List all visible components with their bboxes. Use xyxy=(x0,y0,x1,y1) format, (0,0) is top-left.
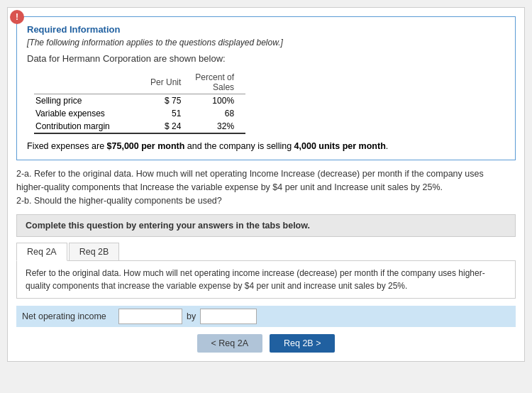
net-op-label: Net operating income xyxy=(22,311,114,321)
req-info-subtitle: [The following information applies to th… xyxy=(27,38,505,48)
info-icon: ! xyxy=(10,10,24,24)
nav-buttons: < Req 2A Req 2B > xyxy=(16,334,516,353)
row-per-unit: $ 75 xyxy=(148,94,192,108)
table-row: Contribution margin $ 24 32% xyxy=(34,120,245,133)
col-header-per-unit: Per Unit xyxy=(148,71,192,94)
tab-req2b[interactable]: Req 2B xyxy=(69,243,120,260)
tab-content: Refer to the original data. How much wil… xyxy=(16,261,516,299)
tabs-row: Req 2A Req 2B xyxy=(16,243,516,261)
net-op-input-1[interactable] xyxy=(118,309,182,324)
col-header-percent: Percent ofSales xyxy=(192,71,245,94)
tab-req2a[interactable]: Req 2A xyxy=(16,243,67,261)
col-header-label xyxy=(34,71,148,94)
row-per-unit: 51 xyxy=(148,107,192,120)
fixed-expenses-note: Fixed expenses are $75,000 per month and… xyxy=(27,141,505,151)
question-text: 2-a. Refer to the original data. How muc… xyxy=(16,167,516,207)
row-label: Selling price xyxy=(34,94,148,108)
required-information-box: ! Required Information [The following in… xyxy=(16,16,516,160)
req-info-title: Required Information xyxy=(27,24,505,35)
net-op-input-2[interactable] xyxy=(200,309,257,324)
next-button[interactable]: Req 2B > xyxy=(270,334,335,353)
row-label: Variable expenses xyxy=(34,107,148,120)
question-line2: higher-quality components that Increase … xyxy=(16,181,516,194)
data-table: Per Unit Percent ofSales Selling price $… xyxy=(34,71,245,134)
question-line3: 2-b. Should the higher-quality component… xyxy=(16,194,516,208)
row-percent: 68 xyxy=(192,107,245,120)
row-percent: 32% xyxy=(192,120,245,133)
table-row: Variable expenses 51 68 xyxy=(34,107,245,120)
table-row: Selling price $ 75 100% xyxy=(34,94,245,108)
complete-bar: Complete this question by entering your … xyxy=(16,214,516,237)
req-info-desc: Data for Hermann Corporation are shown b… xyxy=(27,53,505,64)
net-operating-income-row: Net operating income by xyxy=(16,306,516,327)
row-label: Contribution margin xyxy=(34,120,148,133)
net-op-by-label: by xyxy=(187,311,196,321)
question-line1: 2-a. Refer to the original data. How muc… xyxy=(16,167,516,181)
row-per-unit: $ 24 xyxy=(148,120,192,133)
prev-button[interactable]: < Req 2A xyxy=(197,334,262,353)
row-percent: 100% xyxy=(192,94,245,108)
